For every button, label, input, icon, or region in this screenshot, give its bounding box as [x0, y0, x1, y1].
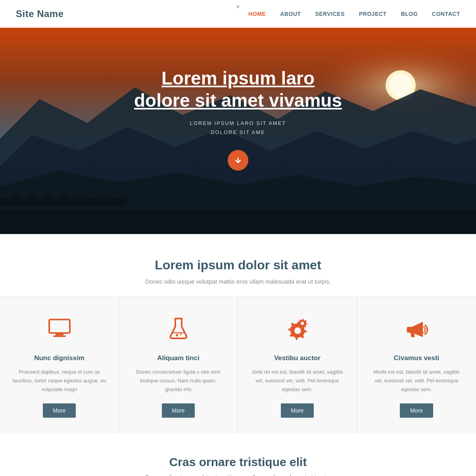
svg-point-22 — [294, 327, 301, 334]
card-2-title: Aliquam tinci — [131, 354, 226, 362]
nav-project[interactable]: PROJECT — [359, 11, 387, 17]
site-name: Site Name — [16, 8, 64, 19]
nav-contact[interactable]: CONTACT — [432, 11, 460, 17]
nav-services[interactable]: SERVICES — [315, 11, 345, 17]
monitor-icon — [12, 317, 107, 345]
card-3-description: Jorbi rbi est est, blandit sit amet, sag… — [250, 368, 345, 394]
svg-rect-17 — [56, 333, 63, 336]
navbar: ∨ Site Name HOME ABOUT SERVICES PROJECT … — [0, 0, 476, 28]
card-civamus-vesti: Civamus vesti Morbi est est, blandit sit… — [357, 297, 476, 434]
hero-subtitle: LOREM IPSUM LARO SIT AMET DOLORE SIT AME — [134, 119, 342, 137]
svg-rect-14 — [99, 196, 106, 201]
hero-content: Lorem ipsum laro dolore sit amet vivamus… — [134, 67, 342, 170]
nav-home[interactable]: HOME — [248, 11, 266, 17]
bottom-heading: Cras ornare tristique elit — [16, 455, 460, 469]
svg-rect-13 — [79, 195, 86, 201]
card-3-title: Vestibu auctor — [250, 354, 345, 362]
nav-links: HOME ABOUT SERVICES PROJECT BLOG CONTACT — [248, 10, 460, 17]
card-3-more-button[interactable]: More — [281, 403, 314, 418]
svg-rect-10 — [28, 192, 35, 200]
bottom-section: Cras ornare tristique elit Donec odio ui… — [0, 434, 476, 476]
card-vestibu-auctor: Vestibu auctor Jorbi rbi est est, blandi… — [238, 297, 357, 434]
hero-scroll-down-button[interactable] — [228, 150, 248, 171]
arrow-down-icon — [234, 156, 242, 164]
card-4-more-button[interactable]: More — [400, 403, 433, 418]
svg-point-3 — [389, 73, 413, 97]
svg-rect-11 — [44, 194, 51, 201]
dropdown-hint: ∨ — [236, 3, 240, 10]
card-4-title: Civamus vesti — [369, 354, 464, 362]
megaphone-icon — [369, 317, 464, 345]
svg-rect-18 — [53, 336, 66, 337]
svg-point-23 — [301, 322, 304, 325]
card-2-more-button[interactable]: More — [162, 403, 195, 418]
nav-blog[interactable]: BLOG — [401, 11, 418, 17]
svg-rect-7 — [0, 210, 476, 234]
hero-title: Lorem ipsum laro dolore sit amet vivamus — [134, 67, 342, 111]
svg-point-20 — [176, 334, 178, 336]
nav-about[interactable]: ABOUT — [280, 11, 301, 17]
bottom-description: Donec odio uisque volutpat mattis eros u… — [16, 474, 460, 476]
card-1-more-button[interactable]: More — [43, 403, 76, 418]
cards-section: Nunc dignissim Praesent dapibus, neque i… — [0, 297, 476, 434]
features-intro-section: Lorem ipsum dolor sit amet Donec odio ui… — [0, 234, 476, 297]
card-1-description: Praesent dapibus, neque id curs us fauci… — [12, 368, 107, 394]
card-2-description: Donec consectetuer ligula v tate sem tri… — [131, 368, 226, 394]
hero-section: Lorem ipsum laro dolore sit amet vivamus… — [0, 28, 476, 234]
svg-rect-16 — [49, 320, 70, 333]
svg-rect-9 — [12, 192, 19, 200]
card-nunc-dignissim: Nunc dignissim Praesent dapibus, neque i… — [0, 297, 119, 434]
features-heading: Lorem ipsum dolor sit amet — [16, 258, 460, 273]
card-aliquam-tinci: Aliquam tinci Donec consectetuer ligula … — [119, 297, 238, 434]
gears-icon — [250, 317, 345, 345]
card-4-description: Morbi est est, blandit sit amet, sagitti… — [369, 368, 464, 394]
card-1-title: Nunc dignissim — [12, 354, 107, 362]
features-description: Donec odio uisque volutpat mattis eros u… — [119, 278, 357, 285]
svg-rect-12 — [60, 194, 67, 201]
svg-point-21 — [180, 334, 182, 335]
flask-icon — [131, 317, 226, 345]
